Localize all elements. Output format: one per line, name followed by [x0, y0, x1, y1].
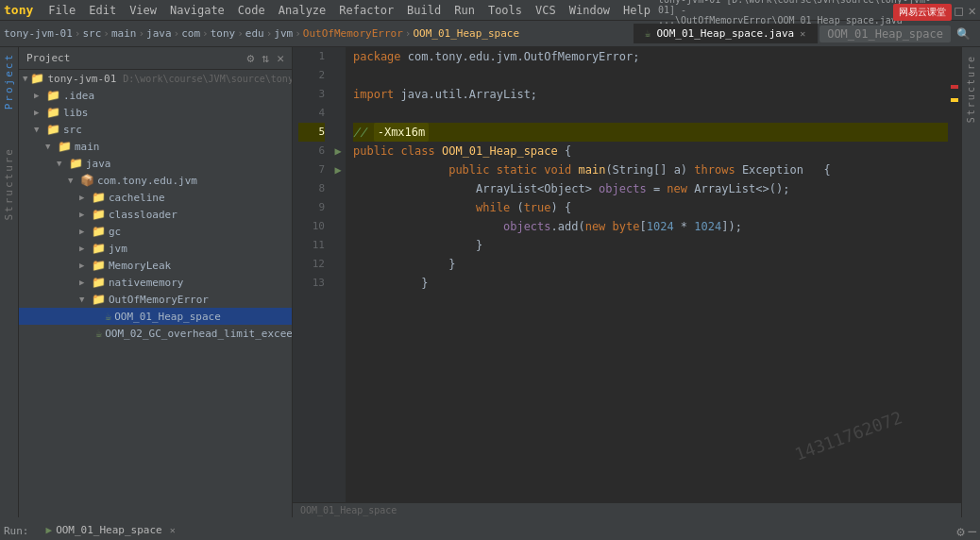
menu-run[interactable]: Run — [448, 2, 481, 19]
breadcrumb-class[interactable]: OOM_01_Heap_space — [413, 27, 519, 40]
tree-arrow-nativememory: ▶ — [79, 278, 89, 287]
tree-arrow-jvm: ▶ — [79, 244, 89, 253]
line-num-1: 1 — [298, 47, 325, 66]
tree-arrow-classloader: ▶ — [79, 210, 89, 219]
tree-label-java: java — [86, 158, 111, 170]
breadcrumb-edu[interactable]: edu — [245, 27, 264, 40]
tree-arrow-gc: ▶ — [79, 227, 89, 236]
tree-label-src: src — [63, 124, 82, 136]
right-sidebar-label[interactable]: Structure — [962, 47, 980, 130]
main-layout: Project Structure Project ⚙ ⇅ ✕ ▼ 📁 tony… — [0, 47, 980, 517]
tree-label-nativememory: nativememory — [109, 277, 183, 289]
run-tab-active[interactable]: ▶ OOM_01_Heap_space ✕ — [37, 520, 185, 540]
tree-memoryleak[interactable]: ▶ 📁 MemoryLeak — [19, 257, 292, 274]
maximize-button[interactable]: □ — [955, 3, 962, 18]
tab-close-button[interactable]: ✕ — [800, 28, 805, 39]
line-numbers: 1 2 3 4 5 6 7 8 9 10 11 12 13 — [293, 47, 330, 502]
java-folder-icon: 📁 — [69, 157, 83, 170]
tree-oom01[interactable]: ☕ OOM_01_Heap_space — [19, 308, 292, 325]
menu-help[interactable]: Help — [617, 2, 656, 19]
close-button[interactable]: ✕ — [969, 3, 976, 18]
menu-refactor[interactable]: Refactor — [333, 2, 399, 19]
tree-package[interactable]: ▼ 📦 com.tony.edu.jvm — [19, 172, 292, 189]
menu-code[interactable]: Code — [232, 2, 271, 19]
gutter-7[interactable]: ▶ — [330, 160, 346, 179]
tree-gc[interactable]: ▶ 📁 gc — [19, 223, 292, 240]
breadcrumb-src[interactable]: src — [82, 27, 101, 40]
tree-label-oom-folder: OutOfMemoryError — [109, 294, 209, 306]
tree-oom-folder[interactable]: ▼ 📁 OutOfMemoryError — [19, 291, 292, 308]
tree-libs[interactable]: ▶ 📁 libs — [19, 104, 292, 121]
line-num-6: 6 — [298, 142, 325, 160]
gutter-6[interactable]: ▶ — [330, 142, 346, 160]
run-label: Run: — [4, 525, 29, 537]
src-folder-icon: 📁 — [46, 123, 60, 136]
code-content[interactable]: package com.tony.edu.jvm.OutOfMemoryErro… — [346, 47, 948, 502]
code-line-13: } — [353, 274, 948, 293]
tree-path-root: D:\work\course\JVM\source\tony-jvm-01 — [123, 74, 292, 84]
tree-arrow-libs: ▶ — [34, 108, 43, 117]
tree-arrow-oom: ▼ — [79, 295, 89, 304]
line-num-5: 5 — [298, 123, 325, 142]
search-everywhere-button[interactable]: 🔍 — [956, 27, 971, 41]
breadcrumb-oom[interactable]: OutOfMemoryError — [303, 27, 403, 40]
tree-label-gc: gc — [109, 226, 121, 238]
run-tab-close[interactable]: ✕ — [170, 525, 176, 535]
run-settings-icon[interactable]: ⚙ — [956, 524, 964, 539]
project-close-icon[interactable]: ✕ — [277, 51, 284, 65]
gutter-2 — [330, 66, 346, 85]
line-num-8: 8 — [298, 179, 325, 198]
gutter-11 — [330, 236, 346, 255]
menu-view[interactable]: View — [124, 2, 162, 19]
tree-cacheline[interactable]: ▶ 📁 cacheline — [19, 189, 292, 206]
oom01-java-icon: ☕ — [105, 310, 111, 323]
menu-vcs[interactable]: VCS — [530, 2, 562, 19]
menu-tools[interactable]: Tools — [482, 2, 528, 19]
menu-navigate[interactable]: Navigate — [164, 2, 230, 19]
tree-jvm-pkg[interactable]: ▶ 📁 jvm — [19, 240, 292, 257]
breadcrumb-java[interactable]: java — [146, 27, 172, 40]
tree-label-libs: libs — [63, 107, 89, 119]
line-num-4: 4 — [298, 104, 325, 123]
tree-root[interactable]: ▼ 📁 tony-jvm-01 D:\work\course\JVM\sourc… — [19, 70, 292, 87]
breadcrumb-jvm[interactable]: jvm — [274, 27, 293, 40]
breadcrumb-tony[interactable]: tony — [211, 27, 236, 40]
menu-window[interactable]: Window — [564, 2, 616, 19]
logo-area: 网易云课堂 — [893, 4, 952, 21]
tree-src[interactable]: ▼ 📁 src — [19, 121, 292, 138]
breadcrumb-com[interactable]: com — [181, 27, 200, 40]
project-sidebar-icon[interactable]: Project — [1, 51, 17, 111]
dropdown-class[interactable]: OOM_01_Heap_space — [819, 25, 951, 42]
nativememory-folder-icon: 📁 — [92, 276, 106, 289]
run-minimize-icon[interactable]: ─ — [969, 524, 976, 539]
structure-icon[interactable]: Structure — [1, 145, 17, 223]
tree-java[interactable]: ▼ 📁 java — [19, 155, 292, 172]
jvm-folder-icon: 📁 — [92, 242, 106, 255]
editor-tab-label: OOM_01_Heap_space.java — [656, 27, 794, 40]
line-num-3: 3 — [298, 85, 325, 104]
breadcrumb-project[interactable]: tony-jvm-01 — [4, 27, 73, 40]
warning-marker — [951, 98, 958, 102]
menu-edit[interactable]: Edit — [83, 2, 122, 19]
editor-area: 1 2 3 4 5 6 7 8 9 10 11 12 13 — [293, 47, 961, 517]
tree-nativememory[interactable]: ▶ 📁 nativememory — [19, 274, 292, 291]
menu-file[interactable]: File — [42, 2, 81, 19]
menu-analyze[interactable]: Analyze — [273, 2, 332, 19]
code-line-12: } — [353, 255, 948, 274]
tree-oom02[interactable]: ☕ OOM_02_GC_overhead_limit_excee... — [19, 325, 292, 342]
tree-classloader[interactable]: ▶ 📁 classloader — [19, 206, 292, 223]
code-line-3: import java.util.ArrayList; — [353, 85, 948, 104]
gutter-13 — [330, 274, 346, 293]
code-editor[interactable]: 1 2 3 4 5 6 7 8 9 10 11 12 13 — [293, 47, 961, 502]
app-name: tony — [4, 3, 33, 17]
project-settings-icon[interactable]: ⚙ — [247, 51, 255, 65]
tree-label-idea: .idea — [63, 90, 94, 102]
menu-build[interactable]: Build — [401, 2, 447, 19]
tree-main[interactable]: ▼ 📁 main — [19, 138, 292, 155]
tree-arrow-src: ▼ — [34, 125, 43, 134]
breadcrumb-main[interactable]: main — [111, 27, 137, 40]
project-sort-icon[interactable]: ⇅ — [262, 51, 269, 65]
tree-idea[interactable]: ▶ 📁 .idea — [19, 87, 292, 104]
editor-tab-active[interactable]: ☕ OOM_01_Heap_space.java ✕ — [634, 24, 818, 43]
gutter-9 — [330, 198, 346, 217]
